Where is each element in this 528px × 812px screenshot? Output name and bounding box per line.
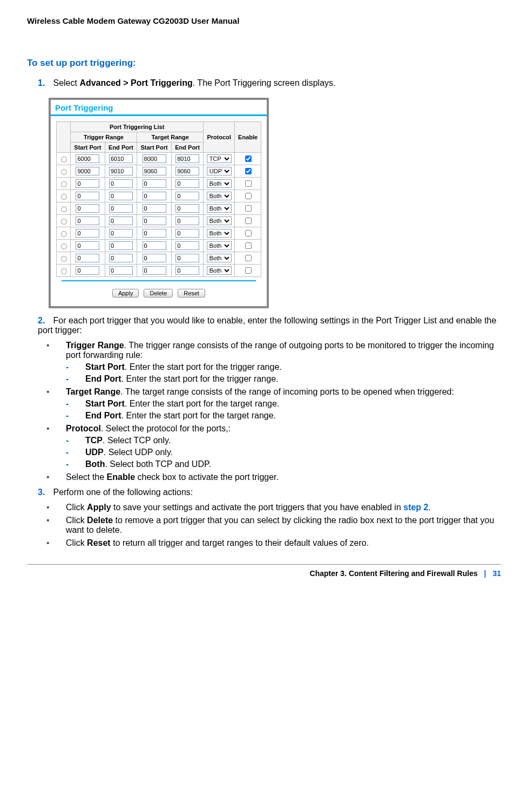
- target-end-input[interactable]: [175, 254, 199, 262]
- trigger-end-input[interactable]: [109, 167, 133, 175]
- apply-button[interactable]: Apply: [112, 289, 139, 297]
- trigger-end-input[interactable]: [109, 204, 133, 213]
- enable-checkbox[interactable]: [245, 193, 252, 199]
- row-radio[interactable]: [61, 194, 67, 200]
- table-row: TCPUDPBoth: [57, 215, 261, 227]
- target-start-input[interactable]: [143, 192, 166, 200]
- bullet-protocol-both: Both. Select both TCP and UDP.: [76, 459, 501, 469]
- trigger-start-input[interactable]: [76, 266, 99, 275]
- screenshot-title: Port Triggering: [51, 100, 267, 114]
- row-radio[interactable]: [61, 219, 67, 225]
- step-3-text: Perform one of the following actions:: [53, 488, 193, 497]
- step-2-link[interactable]: step 2: [403, 503, 428, 512]
- row-radio[interactable]: [61, 157, 67, 163]
- port-triggering-screenshot: Port Triggering Port Triggering List Pro…: [49, 98, 269, 308]
- target-start-input[interactable]: [143, 254, 166, 262]
- protocol-select[interactable]: TCPUDPBoth: [207, 266, 232, 275]
- trigger-start-input[interactable]: [76, 167, 99, 175]
- trigger-start-input[interactable]: [76, 204, 99, 213]
- target-end-input[interactable]: [175, 167, 199, 175]
- row-radio[interactable]: [61, 268, 67, 274]
- trigger-end-input[interactable]: [109, 154, 133, 163]
- trigger-end-input[interactable]: [109, 179, 133, 188]
- protocol-select[interactable]: TCPUDPBoth: [207, 241, 232, 250]
- target-start-input[interactable]: [143, 266, 166, 275]
- protocol-select[interactable]: TCPUDPBoth: [207, 216, 232, 225]
- reset-button[interactable]: Reset: [178, 289, 205, 297]
- port-triggering-table: Port Triggering List Protocol Enable Tri…: [56, 121, 261, 277]
- step-2-number: 2.: [38, 316, 51, 326]
- target-end-input[interactable]: [175, 216, 199, 225]
- trigger-start-input[interactable]: [76, 179, 99, 188]
- table-row: TCPUDPBoth: [57, 202, 261, 215]
- protocol-select[interactable]: TCPUDPBoth: [207, 154, 232, 163]
- row-radio[interactable]: [61, 169, 67, 175]
- step-3: 3. Perform one of the following actions:: [38, 488, 501, 497]
- target-start-header: Start Port: [137, 143, 172, 153]
- target-start-input[interactable]: [143, 216, 166, 225]
- enable-checkbox[interactable]: [245, 242, 252, 249]
- trigger-end-header: End Port: [105, 143, 137, 153]
- protocol-select[interactable]: TCPUDPBoth: [207, 229, 232, 238]
- page-header: Wireless Cable Modem Gateway CG2003D Use…: [27, 16, 501, 25]
- target-start-input[interactable]: [143, 241, 166, 250]
- row-radio[interactable]: [61, 243, 67, 249]
- bullet-enable: Select the Enable check box to activate …: [56, 472, 501, 482]
- table-row: TCPUDPBoth: [57, 265, 261, 277]
- section-title: To set up port triggering:: [27, 58, 501, 69]
- trigger-start-input[interactable]: [76, 241, 99, 250]
- row-radio[interactable]: [61, 181, 67, 187]
- divider: [62, 280, 256, 281]
- bullet-target-start-port: Start Port. Enter the start port for the…: [76, 399, 501, 409]
- target-end-header: End Port: [172, 143, 204, 153]
- trigger-start-input[interactable]: [76, 216, 99, 225]
- trigger-end-input[interactable]: [109, 216, 133, 225]
- target-end-input[interactable]: [175, 154, 199, 163]
- trigger-end-input[interactable]: [109, 266, 133, 275]
- step-1: 1. Select Advanced > Port Triggering. Th…: [38, 78, 501, 88]
- target-end-input[interactable]: [175, 266, 199, 275]
- enable-checkbox[interactable]: [245, 218, 252, 224]
- protocol-select[interactable]: TCPUDPBoth: [207, 167, 232, 175]
- step-2-text: For each port trigger that you would lik…: [38, 316, 496, 335]
- bullet-action-delete: Click Delete to remove a port trigger th…: [56, 516, 501, 535]
- delete-button[interactable]: Delete: [144, 289, 173, 297]
- target-start-input[interactable]: [143, 154, 166, 163]
- trigger-start-input[interactable]: [76, 229, 99, 238]
- bullet-target-range: Target Range. The target range consists …: [56, 387, 501, 397]
- enable-checkbox[interactable]: [245, 205, 252, 212]
- protocol-select[interactable]: TCPUDPBoth: [207, 179, 232, 188]
- trigger-end-input[interactable]: [109, 254, 133, 262]
- trigger-end-input[interactable]: [109, 241, 133, 250]
- enable-checkbox[interactable]: [245, 180, 252, 187]
- target-end-input[interactable]: [175, 192, 199, 200]
- target-start-input[interactable]: [143, 179, 166, 188]
- target-start-input[interactable]: [143, 204, 166, 213]
- enable-checkbox[interactable]: [245, 155, 252, 162]
- target-start-input[interactable]: [143, 229, 166, 238]
- target-end-input[interactable]: [175, 204, 199, 213]
- row-radio[interactable]: [61, 206, 67, 212]
- enable-checkbox[interactable]: [245, 267, 252, 274]
- protocol-select[interactable]: TCPUDPBoth: [207, 254, 232, 262]
- target-end-input[interactable]: [175, 179, 199, 188]
- trigger-end-input[interactable]: [109, 229, 133, 238]
- trigger-start-input[interactable]: [76, 254, 99, 262]
- table-row: TCPUDPBoth: [57, 252, 261, 265]
- bullet-trigger-start-port: Start Port. Enter the start port for the…: [76, 362, 501, 372]
- bullet-action-reset: Click Reset to return all trigger and ta…: [56, 538, 501, 548]
- trigger-start-input[interactable]: [76, 154, 99, 163]
- trigger-end-input[interactable]: [109, 192, 133, 200]
- page-footer: Chapter 3. Content Filtering and Firewal…: [27, 564, 501, 578]
- enable-checkbox[interactable]: [245, 255, 252, 261]
- trigger-start-input[interactable]: [76, 192, 99, 200]
- target-end-input[interactable]: [175, 241, 199, 250]
- row-radio[interactable]: [61, 256, 67, 262]
- row-radio[interactable]: [61, 231, 67, 237]
- target-start-input[interactable]: [143, 167, 166, 175]
- protocol-select[interactable]: TCPUDPBoth: [207, 192, 232, 200]
- protocol-select[interactable]: TCPUDPBoth: [207, 204, 232, 213]
- enable-checkbox[interactable]: [245, 168, 252, 174]
- target-end-input[interactable]: [175, 229, 199, 238]
- enable-checkbox[interactable]: [245, 230, 252, 236]
